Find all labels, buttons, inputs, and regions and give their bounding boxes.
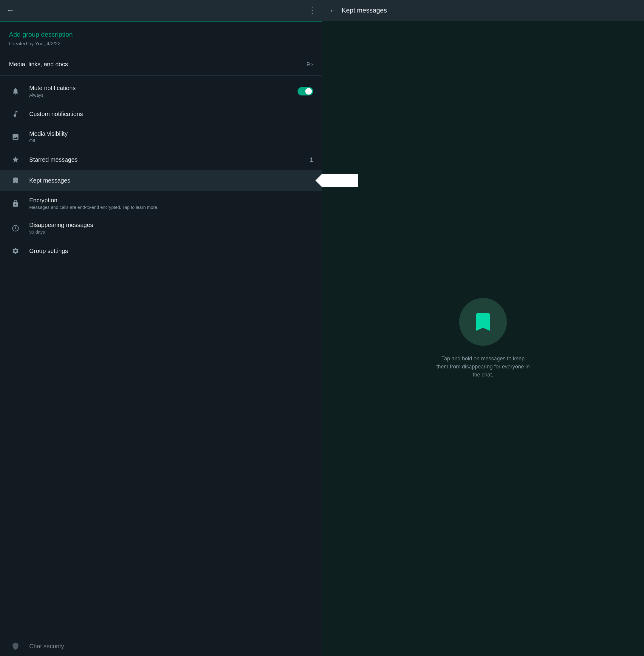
bookmark-circle xyxy=(459,298,507,346)
disappearing-messages-item[interactable]: Disappearing messages 90 days xyxy=(0,216,322,240)
mute-notifications-content: Mute notifications Always xyxy=(29,85,298,97)
disappearing-messages-subtitle: 90 days xyxy=(29,229,313,235)
media-visibility-item[interactable]: Media visibility Off xyxy=(0,125,322,149)
menu-button[interactable]: ⋮ xyxy=(308,6,316,15)
starred-messages-content: Starred messages xyxy=(29,156,310,163)
clock-icon xyxy=(9,224,22,232)
image-icon xyxy=(9,133,22,141)
header-divider xyxy=(0,21,322,22)
media-title: Media, links, and docs xyxy=(9,61,68,68)
left-panel: ← ⋮ Add group description Created by You… xyxy=(0,0,322,656)
disappearing-messages-content: Disappearing messages 90 days xyxy=(29,222,313,235)
mute-toggle[interactable] xyxy=(298,87,313,95)
star-icon xyxy=(9,156,22,163)
kept-messages-item[interactable]: Kept messages xyxy=(0,170,322,191)
settings-list: Mute notifications Always Custom notific… xyxy=(0,76,322,636)
encryption-content: Encryption Messages and calls are end-to… xyxy=(29,197,313,210)
media-count: 9 › xyxy=(306,61,313,68)
starred-messages-title: Starred messages xyxy=(29,156,310,163)
media-visibility-title: Media visibility xyxy=(29,130,313,137)
kept-messages-description: Tap and hold on messages to keep them fr… xyxy=(435,355,531,379)
right-panel-title: Kept messages xyxy=(342,6,387,14)
chat-security-item[interactable]: Chat security xyxy=(0,636,322,656)
bookmark-large-icon xyxy=(471,310,495,334)
group-settings-item[interactable]: Group settings xyxy=(0,240,322,261)
bookmark-icon xyxy=(9,177,22,184)
starred-messages-badge: 1 xyxy=(310,156,313,163)
right-header: ← Kept messages xyxy=(322,0,644,21)
encryption-title: Encryption xyxy=(29,197,313,204)
custom-notifications-content: Custom notifications xyxy=(29,111,313,117)
media-links-docs-item[interactable]: Media, links, and docs 9 › xyxy=(0,53,322,76)
right-back-button[interactable]: ← xyxy=(329,6,337,15)
created-by-label: Created by You, 4/2/22 xyxy=(9,41,313,47)
disappearing-messages-title: Disappearing messages xyxy=(29,222,313,228)
kept-messages-content: Kept messages xyxy=(29,177,313,184)
mute-notifications-item[interactable]: Mute notifications Always xyxy=(0,79,322,104)
bell-icon xyxy=(9,87,22,95)
add-group-description-button[interactable]: Add group description xyxy=(9,31,313,39)
chat-security-content: Chat security xyxy=(29,643,313,650)
left-header: ← ⋮ xyxy=(0,0,322,21)
arrow-indicator xyxy=(322,174,358,187)
lock-icon xyxy=(9,200,22,207)
kept-messages-title: Kept messages xyxy=(29,177,313,184)
music-icon xyxy=(9,110,22,118)
right-content: Tap and hold on messages to keep them fr… xyxy=(322,21,644,656)
encryption-item[interactable]: Encryption Messages and calls are end-to… xyxy=(0,191,322,216)
mute-notifications-title: Mute notifications xyxy=(29,85,298,92)
group-description-section: Add group description Created by You, 4/… xyxy=(0,22,322,53)
right-panel: ← Kept messages Tap and hold on messages… xyxy=(322,0,644,656)
media-visibility-content: Media visibility Off xyxy=(29,130,313,143)
custom-notifications-item[interactable]: Custom notifications xyxy=(0,104,322,125)
mute-notifications-subtitle: Always xyxy=(29,92,298,97)
chat-security-title: Chat security xyxy=(29,643,313,650)
media-visibility-subtitle: Off xyxy=(29,138,313,143)
arrow-shape xyxy=(322,174,358,187)
back-button[interactable]: ← xyxy=(6,6,14,15)
starred-messages-item[interactable]: Starred messages 1 xyxy=(0,149,322,170)
shield-icon xyxy=(9,642,22,650)
custom-notifications-title: Custom notifications xyxy=(29,111,313,117)
gear-icon xyxy=(9,247,22,255)
group-settings-content: Group settings xyxy=(29,247,313,255)
group-settings-title: Group settings xyxy=(29,247,313,255)
encryption-subtitle: Messages and calls are end-to-end encryp… xyxy=(29,205,313,210)
